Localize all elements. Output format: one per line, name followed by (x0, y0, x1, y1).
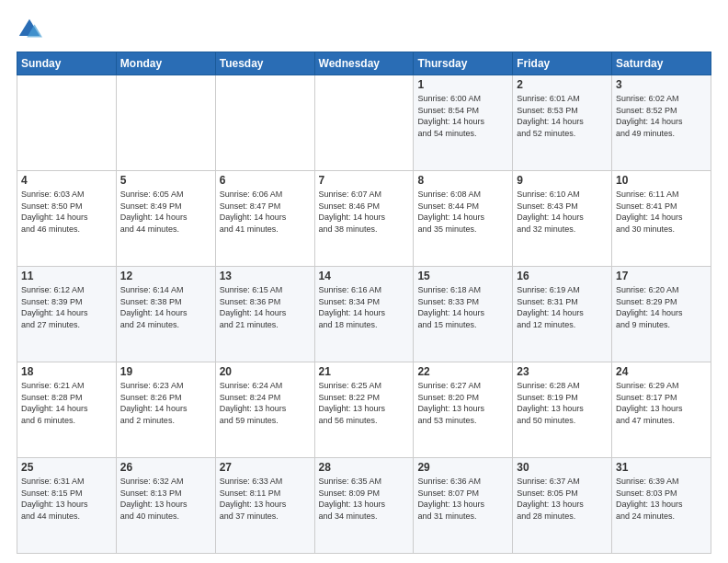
day-number: 15 (417, 270, 508, 282)
day-number: 19 (120, 365, 211, 378)
calendar-cell: 4Sunrise: 6:03 AM Sunset: 8:50 PM Daylig… (17, 171, 117, 267)
day-number: 21 (319, 365, 410, 378)
day-info: Sunrise: 6:32 AM Sunset: 8:13 PM Dayligh… (120, 476, 211, 522)
logo-icon (17, 17, 42, 42)
day-number: 23 (517, 365, 608, 378)
day-number: 5 (120, 174, 211, 187)
day-number: 29 (417, 461, 508, 474)
col-header-wednesday: Wednesday (314, 52, 414, 75)
day-info: Sunrise: 6:01 AM Sunset: 8:53 PM Dayligh… (517, 93, 608, 139)
day-info: Sunrise: 6:20 AM Sunset: 8:29 PM Dayligh… (616, 284, 707, 330)
day-info: Sunrise: 6:19 AM Sunset: 8:31 PM Dayligh… (517, 284, 608, 330)
calendar-cell: 6Sunrise: 6:06 AM Sunset: 8:47 PM Daylig… (215, 171, 314, 267)
day-number: 10 (616, 174, 707, 187)
day-info: Sunrise: 6:37 AM Sunset: 8:05 PM Dayligh… (517, 476, 608, 522)
day-info: Sunrise: 6:07 AM Sunset: 8:46 PM Dayligh… (319, 189, 410, 235)
col-header-monday: Monday (116, 52, 215, 75)
calendar-week-row: 11Sunrise: 6:12 AM Sunset: 8:39 PM Dayli… (17, 267, 711, 362)
calendar-cell: 12Sunrise: 6:14 AM Sunset: 8:38 PM Dayli… (116, 267, 215, 362)
calendar-cell (116, 75, 215, 171)
col-header-thursday: Thursday (414, 52, 513, 75)
calendar-cell: 14Sunrise: 6:16 AM Sunset: 8:34 PM Dayli… (314, 267, 414, 362)
day-number: 7 (319, 174, 410, 187)
calendar-cell: 30Sunrise: 6:37 AM Sunset: 8:05 PM Dayli… (513, 458, 612, 554)
day-number: 26 (120, 461, 211, 474)
calendar-cell: 2Sunrise: 6:01 AM Sunset: 8:53 PM Daylig… (513, 75, 612, 171)
day-number: 30 (517, 461, 608, 474)
day-number: 3 (616, 78, 707, 91)
day-info: Sunrise: 6:03 AM Sunset: 8:50 PM Dayligh… (21, 189, 112, 235)
day-number: 14 (319, 270, 410, 282)
calendar-cell (17, 75, 117, 171)
calendar-cell: 13Sunrise: 6:15 AM Sunset: 8:36 PM Dayli… (215, 267, 314, 362)
day-number: 9 (517, 174, 608, 187)
day-number: 11 (21, 270, 112, 282)
calendar-cell: 18Sunrise: 6:21 AM Sunset: 8:28 PM Dayli… (17, 362, 117, 458)
col-header-sunday: Sunday (17, 52, 117, 75)
calendar-week-row: 1Sunrise: 6:00 AM Sunset: 8:54 PM Daylig… (17, 75, 711, 171)
col-header-friday: Friday (513, 52, 612, 75)
calendar-cell: 9Sunrise: 6:10 AM Sunset: 8:43 PM Daylig… (513, 171, 612, 267)
day-number: 17 (616, 270, 707, 282)
day-info: Sunrise: 6:31 AM Sunset: 8:15 PM Dayligh… (21, 476, 112, 522)
calendar-cell: 22Sunrise: 6:27 AM Sunset: 8:20 PM Dayli… (414, 362, 513, 458)
day-info: Sunrise: 6:08 AM Sunset: 8:44 PM Dayligh… (417, 189, 508, 235)
day-number: 27 (220, 461, 311, 474)
day-info: Sunrise: 6:00 AM Sunset: 8:54 PM Dayligh… (417, 93, 508, 139)
day-number: 18 (21, 365, 112, 378)
calendar-cell: 20Sunrise: 6:24 AM Sunset: 8:24 PM Dayli… (215, 362, 314, 458)
day-number: 8 (417, 174, 508, 187)
day-number: 24 (616, 365, 707, 378)
calendar-week-row: 25Sunrise: 6:31 AM Sunset: 8:15 PM Dayli… (17, 458, 711, 554)
day-info: Sunrise: 6:39 AM Sunset: 8:03 PM Dayligh… (616, 476, 707, 522)
calendar-cell: 31Sunrise: 6:39 AM Sunset: 8:03 PM Dayli… (612, 458, 711, 554)
calendar-cell: 3Sunrise: 6:02 AM Sunset: 8:52 PM Daylig… (612, 75, 711, 171)
day-info: Sunrise: 6:35 AM Sunset: 8:09 PM Dayligh… (319, 476, 410, 522)
calendar-cell: 24Sunrise: 6:29 AM Sunset: 8:17 PM Dayli… (612, 362, 711, 458)
day-info: Sunrise: 6:28 AM Sunset: 8:19 PM Dayligh… (517, 380, 608, 426)
calendar-cell: 28Sunrise: 6:35 AM Sunset: 8:09 PM Dayli… (314, 458, 414, 554)
day-number: 12 (120, 270, 211, 282)
calendar-cell: 29Sunrise: 6:36 AM Sunset: 8:07 PM Dayli… (414, 458, 513, 554)
day-number: 20 (220, 365, 311, 378)
day-info: Sunrise: 6:12 AM Sunset: 8:39 PM Dayligh… (21, 284, 112, 330)
calendar-cell: 26Sunrise: 6:32 AM Sunset: 8:13 PM Dayli… (116, 458, 215, 554)
day-info: Sunrise: 6:14 AM Sunset: 8:38 PM Dayligh… (120, 284, 211, 330)
calendar-cell: 11Sunrise: 6:12 AM Sunset: 8:39 PM Dayli… (17, 267, 117, 362)
day-info: Sunrise: 6:25 AM Sunset: 8:22 PM Dayligh… (319, 380, 410, 426)
page: SundayMondayTuesdayWednesdayThursdayFrid… (0, 0, 728, 563)
logo (17, 17, 44, 42)
day-number: 25 (21, 461, 112, 474)
day-number: 2 (517, 78, 608, 91)
day-info: Sunrise: 6:15 AM Sunset: 8:36 PM Dayligh… (220, 284, 311, 330)
day-info: Sunrise: 6:11 AM Sunset: 8:41 PM Dayligh… (616, 189, 707, 235)
calendar-cell: 8Sunrise: 6:08 AM Sunset: 8:44 PM Daylig… (414, 171, 513, 267)
day-info: Sunrise: 6:24 AM Sunset: 8:24 PM Dayligh… (220, 380, 311, 426)
day-info: Sunrise: 6:29 AM Sunset: 8:17 PM Dayligh… (616, 380, 707, 426)
header (17, 17, 711, 42)
day-info: Sunrise: 6:05 AM Sunset: 8:49 PM Dayligh… (120, 189, 211, 235)
calendar-cell: 15Sunrise: 6:18 AM Sunset: 8:33 PM Dayli… (414, 267, 513, 362)
calendar-header-row: SundayMondayTuesdayWednesdayThursdayFrid… (17, 52, 711, 75)
day-number: 1 (417, 78, 508, 91)
calendar-cell: 5Sunrise: 6:05 AM Sunset: 8:49 PM Daylig… (116, 171, 215, 267)
day-number: 31 (616, 461, 707, 474)
calendar-cell (215, 75, 314, 171)
day-info: Sunrise: 6:27 AM Sunset: 8:20 PM Dayligh… (417, 380, 508, 426)
calendar-cell: 21Sunrise: 6:25 AM Sunset: 8:22 PM Dayli… (314, 362, 414, 458)
calendar-cell: 16Sunrise: 6:19 AM Sunset: 8:31 PM Dayli… (513, 267, 612, 362)
day-number: 6 (220, 174, 311, 187)
day-info: Sunrise: 6:21 AM Sunset: 8:28 PM Dayligh… (21, 380, 112, 426)
calendar-cell: 1Sunrise: 6:00 AM Sunset: 8:54 PM Daylig… (414, 75, 513, 171)
calendar-week-row: 4Sunrise: 6:03 AM Sunset: 8:50 PM Daylig… (17, 171, 711, 267)
calendar-table: SundayMondayTuesdayWednesdayThursdayFrid… (17, 52, 711, 554)
day-info: Sunrise: 6:23 AM Sunset: 8:26 PM Dayligh… (120, 380, 211, 426)
day-info: Sunrise: 6:18 AM Sunset: 8:33 PM Dayligh… (417, 284, 508, 330)
day-number: 4 (21, 174, 112, 187)
calendar-cell: 7Sunrise: 6:07 AM Sunset: 8:46 PM Daylig… (314, 171, 414, 267)
day-info: Sunrise: 6:02 AM Sunset: 8:52 PM Dayligh… (616, 93, 707, 139)
day-number: 13 (220, 270, 311, 282)
calendar-cell (314, 75, 414, 171)
day-info: Sunrise: 6:10 AM Sunset: 8:43 PM Dayligh… (517, 189, 608, 235)
calendar-cell: 27Sunrise: 6:33 AM Sunset: 8:11 PM Dayli… (215, 458, 314, 554)
